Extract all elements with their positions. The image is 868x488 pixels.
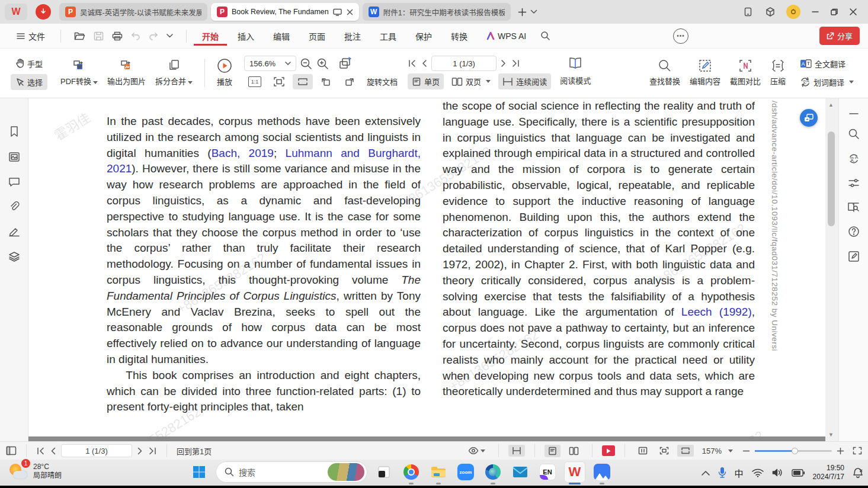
menu-search-icon[interactable] <box>540 31 550 41</box>
restore-window-icon[interactable] <box>830 8 838 16</box>
zoom-in-plus-icon[interactable] <box>837 447 844 455</box>
tab-list-chevron-icon[interactable] <box>530 9 537 14</box>
translate-panel-icon[interactable]: 文A <box>848 153 860 165</box>
print-icon[interactable] <box>112 31 123 41</box>
battery-icon[interactable] <box>792 469 805 477</box>
single-page-button[interactable]: 单页 <box>408 73 444 89</box>
find-replace-button[interactable]: 查找替换 <box>645 57 685 88</box>
prev-page-icon[interactable] <box>421 59 428 68</box>
autoplay-button[interactable] <box>602 445 615 456</box>
zoom-app-button[interactable]: zoom <box>455 461 476 483</box>
last-page-icon[interactable] <box>148 447 157 455</box>
tab-pdf-book-review[interactable]: P Book Review, The Fundamen <box>211 3 359 21</box>
pdf-convert-button[interactable]: W PDF转换 <box>56 57 103 88</box>
double-page-toggle[interactable] <box>565 445 582 457</box>
file-explorer-button[interactable] <box>428 461 449 483</box>
search-highlight-image[interactable] <box>328 463 364 481</box>
zoom-out-icon[interactable] <box>300 57 313 69</box>
present-to-screen-icon[interactable] <box>333 8 342 16</box>
tab-page[interactable]: 页面 <box>300 27 334 46</box>
save-icon[interactable] <box>94 31 104 41</box>
reader-assistant-icon[interactable] <box>847 201 860 213</box>
zoom-slider-knob[interactable] <box>792 448 798 454</box>
layers-icon[interactable] <box>8 251 20 262</box>
read-book-icon[interactable] <box>568 57 583 70</box>
clock-widget[interactable]: 19:50 2024/7/17 <box>813 464 844 481</box>
settings-sliders-icon[interactable] <box>848 178 860 188</box>
chrome-app-button[interactable] <box>401 461 422 483</box>
read-mode-button[interactable]: 阅读模式 <box>556 72 595 88</box>
endnote-app-button[interactable]: EN <box>537 461 558 483</box>
tab-tools[interactable]: 工具 <box>371 27 405 46</box>
full-translate-button[interactable]: A 全文翻译 <box>795 56 859 72</box>
rotate-right-button[interactable] <box>339 74 359 89</box>
actual-size-button[interactable]: 1:1 <box>244 74 265 89</box>
zoom-out-minus-icon[interactable] <box>742 447 750 455</box>
tab-word-document[interactable]: W 附件1：研究生中期考核读书报告模板 <box>363 3 511 21</box>
search-doc-icon[interactable] <box>848 128 860 140</box>
prev-page-icon[interactable] <box>50 447 56 455</box>
feedback-edit-icon[interactable] <box>848 251 860 262</box>
edge-app-button[interactable] <box>482 461 504 483</box>
wifi-icon[interactable] <box>752 468 764 477</box>
ime-indicator[interactable]: 中 <box>735 467 744 479</box>
wps-app-button[interactable]: W <box>564 461 585 483</box>
edit-content-button[interactable]: 编辑内容 <box>685 57 725 88</box>
vertical-scrollbar[interactable]: ▲ ▼ <box>825 98 838 441</box>
tab-convert[interactable]: 转换 <box>443 27 476 46</box>
scrollbar-thumb[interactable] <box>828 131 835 226</box>
signature-icon[interactable] <box>8 226 20 237</box>
microphone-icon[interactable] <box>718 467 726 479</box>
mail-app-button[interactable] <box>510 461 531 483</box>
restore-pages-icon[interactable] <box>338 57 353 70</box>
tab-insert[interactable]: 插入 <box>229 27 262 46</box>
device-switch-icon[interactable] <box>744 7 754 17</box>
tab-home[interactable]: 开始 <box>194 27 227 46</box>
file-menu[interactable]: 文件 <box>8 27 53 46</box>
last-page-icon[interactable] <box>511 59 520 68</box>
open-file-icon[interactable] <box>74 31 85 41</box>
screenshot-compare-button[interactable]: 截图对比 <box>725 57 765 88</box>
redo-icon[interactable] <box>149 32 158 40</box>
tab-protect[interactable]: 保护 <box>407 27 440 46</box>
zoom-slider[interactable] <box>755 450 832 452</box>
close-tab-icon[interactable] <box>347 9 353 15</box>
wps-home-button[interactable]: W <box>5 4 27 20</box>
tab-annotate[interactable]: 批注 <box>336 27 369 46</box>
new-tab-icon[interactable] <box>518 8 527 17</box>
zoom-level-combo[interactable]: 156.6% <box>244 56 296 71</box>
scroll-down-icon[interactable]: ▼ <box>828 432 834 438</box>
weather-widget[interactable]: 1 28°C 局部晴朗 <box>8 461 62 481</box>
split-merge-button[interactable]: 拆分合并 <box>150 57 197 88</box>
feedback-icon[interactable]: ••• <box>673 28 688 44</box>
export-image-button[interactable]: 输出为图片 <box>103 57 150 88</box>
tab-ppt-document[interactable]: P 吴诚辉-英语学院-以读书赋能未来发展 <box>59 3 207 21</box>
next-page-icon[interactable] <box>137 447 143 455</box>
actual-size-toggle[interactable] <box>635 445 651 457</box>
notification-bell-icon[interactable] <box>853 467 863 479</box>
compress-button[interactable]: 压缩 <box>765 57 790 88</box>
view-options-button[interactable] <box>465 445 489 457</box>
quick-access-chevron-icon[interactable] <box>166 34 173 38</box>
double-page-button[interactable]: 双页 <box>447 73 495 89</box>
undo-icon[interactable] <box>131 32 140 40</box>
next-page-icon[interactable] <box>500 59 507 68</box>
share-button[interactable]: 分享 <box>819 27 860 45</box>
fit-page-toggle[interactable] <box>656 445 672 457</box>
tray-expand-icon[interactable] <box>702 470 710 476</box>
close-window-icon[interactable] <box>849 8 857 16</box>
tab-edit[interactable]: 编辑 <box>265 27 298 46</box>
workspace-box-icon[interactable] <box>765 7 776 17</box>
help-icon[interactable] <box>848 226 860 237</box>
single-page-toggle[interactable] <box>544 445 560 457</box>
select-tool-button[interactable]: 选择 <box>11 74 47 90</box>
zoom-chevron-icon[interactable] <box>728 450 733 452</box>
account-avatar[interactable] <box>786 5 800 19</box>
continuous-read-button[interactable]: 连续阅读 <box>498 73 551 89</box>
fit-width-toggle[interactable] <box>677 445 694 457</box>
play-button[interactable]: 播放 <box>212 57 237 88</box>
volume-icon[interactable] <box>772 468 783 477</box>
attachment-icon[interactable] <box>8 201 20 212</box>
fullscreen-icon[interactable] <box>853 447 862 455</box>
rotate-doc-button[interactable]: 旋转文档 <box>363 73 402 89</box>
